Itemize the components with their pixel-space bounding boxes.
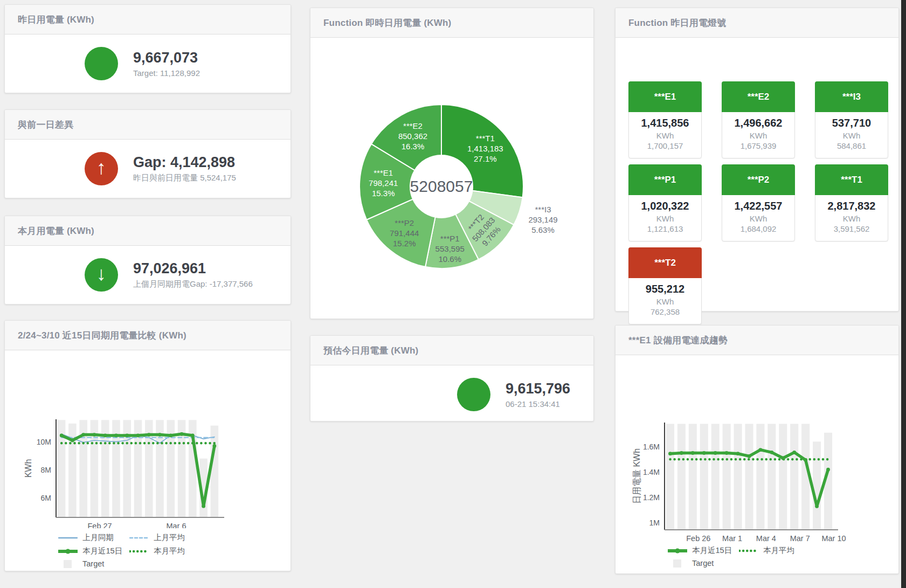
tile-i3-target: 584,861 <box>815 141 888 150</box>
tile-e2-unit: KWh <box>722 131 794 140</box>
legend-item-本月平均[interactable]: 本月平均 <box>739 545 794 556</box>
panel-e1-trend-title: ***E1 設備用電達成趨勢 <box>628 334 728 347</box>
target-bar <box>689 424 697 530</box>
arrow-up-icon: ↑ <box>96 158 106 177</box>
series-marker <box>71 439 74 442</box>
series-marker <box>702 451 706 455</box>
day-gap-value: Gap: 4,142,898 <box>133 154 236 171</box>
target-bar <box>756 424 764 530</box>
legend-swatch <box>58 560 78 568</box>
panel-compare-header: 2/24~3/10 近15日同期用電量比較 (KWh) <box>5 321 291 350</box>
series-marker <box>180 432 184 436</box>
target-bar <box>666 424 674 530</box>
legend-item-本月近15日[interactable]: 本月近15日 <box>58 546 129 556</box>
y-tick-label: 8M <box>41 466 51 474</box>
month-value: 97,026,961 <box>133 260 253 277</box>
panel-lights-title: Function 昨日用電燈號 <box>628 17 726 29</box>
series-marker <box>714 451 717 455</box>
tile-t1-unit: KWh <box>815 214 888 223</box>
y-axis-title: KWh <box>24 459 33 478</box>
series-marker <box>202 504 205 508</box>
series-marker <box>60 434 64 438</box>
series-marker <box>103 434 107 438</box>
tile-i3-header: ***I3 <box>815 81 888 112</box>
month-stat: ↓ 97,026,961 上個月同期用電Gap: -17,377,566 <box>5 246 291 304</box>
panel-month-usage: 本月用電量 (KWh) ↓ 97,026,961 上個月同期用電Gap: -17… <box>4 216 291 305</box>
legend-item-本月近15日[interactable]: 本月近15日 <box>668 545 739 556</box>
series-marker <box>770 451 773 454</box>
legend-label: 本月平均 <box>154 546 185 556</box>
series-marker <box>691 451 695 455</box>
panel-donut-title: Function 即時日用電量 (KWh) <box>323 17 451 29</box>
series-marker <box>93 433 96 437</box>
legend-item-Target[interactable]: Target <box>58 559 104 568</box>
status-circle-green-down: ↓ <box>85 258 118 292</box>
today-stat: 9,615,796 06-21 15:34:41 <box>310 365 593 424</box>
tile-e1: ***E1 1,415,856 KWh 1,700,157 <box>628 81 702 158</box>
x-tick-label: Feb 27 <box>87 522 112 528</box>
legend-item-Target[interactable]: Target <box>668 559 714 568</box>
panel-e1-trend-header: ***E1 設備用電達成趨勢 <box>615 326 898 355</box>
tile-t2-header: ***T2 <box>628 247 702 278</box>
panel-month-header: 本月用電量 (KWh) <box>5 216 291 246</box>
status-circle-green-today <box>457 378 490 411</box>
tile-e1-target: 1,700,157 <box>629 141 701 150</box>
month-gap-sub: 上個月同期用電Gap: -17,377,566 <box>133 279 253 289</box>
function-usage-donut: ***T11,413,18327.1%***I3293,1495.63%***T… <box>310 38 593 319</box>
today-value: 9,615,796 <box>506 381 570 397</box>
scrollbar[interactable] <box>901 0 906 588</box>
target-bar <box>711 424 720 530</box>
series-marker <box>668 452 672 455</box>
tile-e2-value: 1,496,662 <box>722 117 794 129</box>
status-circle-green <box>85 47 118 80</box>
series-marker <box>759 448 763 452</box>
target-bar <box>723 424 731 530</box>
target-bar <box>745 424 753 530</box>
tile-e2: ***E2 1,496,662 KWh 1,675,939 <box>722 81 795 158</box>
target-bar <box>767 424 776 530</box>
panel-month-title: 本月用電量 (KWh) <box>18 225 94 237</box>
tile-p2-value: 1,422,557 <box>722 200 794 212</box>
legend-label: 上月平均 <box>154 532 185 543</box>
series-marker <box>125 434 129 438</box>
tile-e2-header: ***E2 <box>722 81 795 112</box>
status-circle-red: ↑ <box>85 152 118 185</box>
today-stat-text: 9,615,796 06-21 15:34:41 <box>506 381 570 409</box>
legend-item-本月平均[interactable]: 本月平均 <box>129 546 185 556</box>
panel-day-gap-title: 與前一日差異 <box>18 119 73 131</box>
yesterday-stat-text: 9,667,073 Target: 11,128,992 <box>133 50 200 78</box>
panel-yesterday-header: 昨日用電量 (KWh) <box>5 5 291 34</box>
e1-trend-body: 1M1.2M1.4M1.6MFeb 26Mar 1Mar 4Mar 7Mar 1… <box>615 355 898 568</box>
panel-today-estimate: 預估今日用電量 (KWh) 9,615,796 06-21 15:34:41 <box>310 335 594 421</box>
y-tick-label: 1.4M <box>643 468 660 476</box>
target-bar <box>734 424 742 530</box>
series-marker <box>191 434 195 438</box>
tile-p1: ***P1 1,020,322 KWh 1,121,613 <box>628 164 702 241</box>
panel-lights-header: Function 昨日用電燈號 <box>615 8 898 38</box>
tile-p1-value: 1,020,322 <box>629 200 701 212</box>
target-bar <box>790 424 798 530</box>
series-marker <box>736 452 740 455</box>
panel-today-title: 預估今日用電量 (KWh) <box>323 344 418 357</box>
legend-item-上月平均[interactable]: 上月平均 <box>129 532 185 543</box>
donut-label-I3: ***I3293,1495.63% <box>528 205 557 234</box>
e1-trend-legend: 本月近15日本月平均Target <box>615 545 898 568</box>
legend-item-上月同期[interactable]: 上月同期 <box>58 532 129 543</box>
series-marker <box>781 456 785 460</box>
legend-label: 本月近15日 <box>692 545 732 556</box>
panel-day-gap-header: 與前一日差異 <box>5 110 291 140</box>
tile-p2-unit: KWh <box>722 214 794 223</box>
tile-e1-header: ***E1 <box>628 81 702 112</box>
y-tick-label: 1.2M <box>643 493 660 502</box>
tile-t1-header: ***T1 <box>815 164 888 195</box>
x-tick-label: Feb 26 <box>686 534 710 541</box>
legend-row: Target <box>58 559 291 568</box>
day-gap-sub: 昨日與前日用電量 5,524,175 <box>133 173 236 183</box>
legend-label: 上月同期 <box>82 532 114 543</box>
legend-row: Target <box>668 559 898 568</box>
x-tick-label: Mar 6 <box>166 522 186 528</box>
panel-e1-trend: ***E1 設備用電達成趨勢 1M1.2M1.4M1.6MFeb 26Mar 1… <box>615 325 899 574</box>
arrow-down-icon: ↓ <box>96 264 106 283</box>
y-tick-label: 10M <box>37 438 51 446</box>
x-tick-label: Mar 7 <box>790 534 810 541</box>
